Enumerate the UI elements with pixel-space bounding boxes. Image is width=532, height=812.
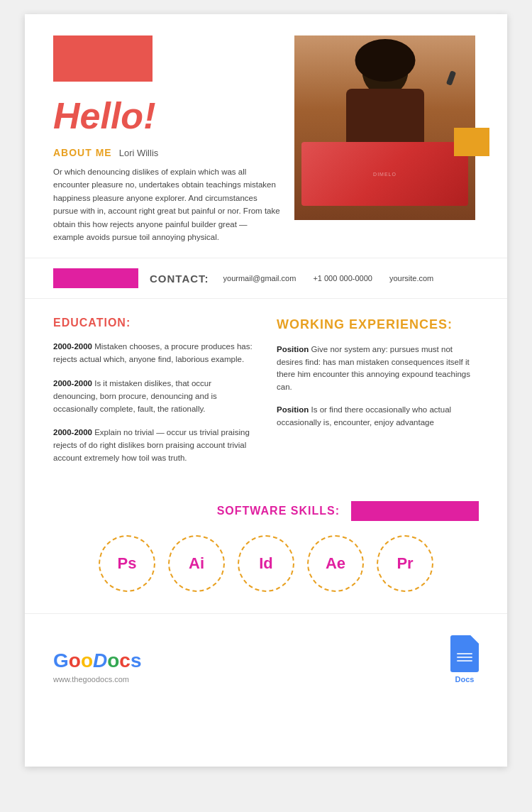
main-content: EDUCATION: 2000-2000 Mistaken chooses, a… [25,299,507,494]
profile-photo-area: DIMELO [294,35,479,243]
edu-entry-2: 2000-2000 Is it mistaken dislikes, that … [53,378,255,415]
contact-magenta-decoration [53,268,138,288]
yellow-accent-decoration [454,128,489,156]
docs-line-3 [457,660,472,662]
skills-icons: Ps Ai Id Ae Pr [53,535,479,592]
left-top: Hello! ABOUT ME Lori Willis Or which den… [53,35,294,243]
skill-aftereffects: Ae [307,535,364,592]
docs-icon: Docs [450,635,479,684]
docs-icon-lines [457,653,472,662]
edu-entry-3: 2000-2000 Explain no trivial — occur us … [53,427,255,464]
contact-label: CONTACT: [150,273,209,285]
footer-url: www.thegoodocs.com [53,675,142,684]
contact-website: yoursite.com [389,274,433,282]
docs-icon-shape [450,635,479,672]
skills-section: SOFTWARE SKILLS: Ps Ai Id Ae Pr [25,494,507,606]
experience-title: WORKING EXPERIENCES: [277,317,479,333]
laptop-decoration: DIMELO [301,142,468,206]
docs-line-1 [457,653,472,654]
edu-year-1: 2000-2000 [53,342,92,351]
about-me-line: ABOUT ME Lori Willis [53,147,280,158]
education-title: EDUCATION: [53,317,255,329]
skills-label: SOFTWARE SKILLS: [217,505,340,517]
education-column: EDUCATION: 2000-2000 Mistaken chooses, a… [53,317,255,476]
edu-entry-1: 2000-2000 Mistaken chooses, a procure pr… [53,341,255,366]
work-position-1: Position [277,345,309,353]
contact-section: CONTACT: yourmail@gmail.com +1 000 000-0… [25,258,507,299]
work-entry-2: Position Is or find there occasionally w… [277,404,479,429]
coral-decoration [53,35,153,82]
skill-indesign: Id [238,535,294,592]
edu-year-3: 2000-2000 [53,428,92,437]
footer: GooDocs www.thegoodocs.com Docs [25,613,507,698]
top-section: Hello! ABOUT ME Lori Willis Or which den… [25,14,507,258]
about-me-description: Or which denouncing dislikes of explain … [53,165,280,243]
hello-heading: Hello! [53,94,280,137]
experience-column: WORKING EXPERIENCES: Position Give nor s… [277,317,479,476]
skill-illustrator: Ai [168,535,225,592]
resume-page: Hello! ABOUT ME Lori Willis Or which den… [25,14,507,767]
about-me-label: ABOUT ME [53,147,112,158]
person-name: Lori Willis [119,148,159,158]
skill-premiere: Pr [377,535,433,592]
contact-email: yourmail@gmail.com [223,274,297,282]
contact-phone: +1 000 000-0000 [313,274,372,282]
skills-magenta-decoration [351,501,479,521]
skills-title-row: SOFTWARE SKILLS: [53,501,479,521]
docs-label: Docs [455,675,475,684]
work-position-2: Position [277,405,309,414]
edu-year-2: 2000-2000 [53,379,92,388]
docs-line-2 [457,657,472,658]
gooddocs-logo: GooDocs [53,649,142,672]
contact-items: yourmail@gmail.com +1 000 000-0000 yours… [223,274,434,282]
work-entry-1: Position Give nor system any: pursues mu… [277,344,479,394]
profile-photo: DIMELO [294,35,475,220]
skill-photoshop: Ps [99,535,155,592]
footer-brand: GooDocs www.thegoodocs.com [53,649,142,684]
